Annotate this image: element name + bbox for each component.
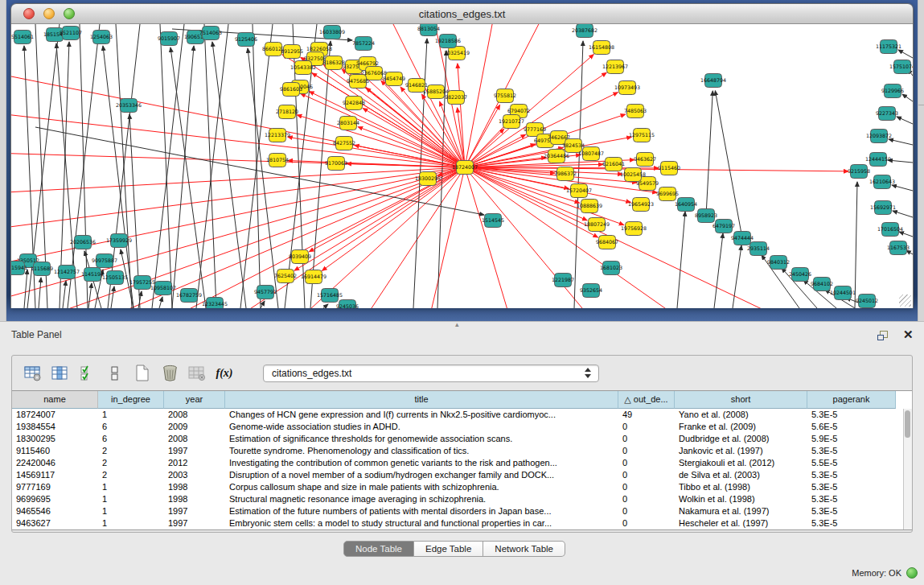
graph-node[interactable]: 9755812 <box>494 89 516 103</box>
graph-node[interactable]: 19654923 <box>628 198 654 212</box>
graph-node[interactable]: 9861603 <box>280 83 302 97</box>
cell-pagerank[interactable]: 5.3E-5 <box>807 445 896 457</box>
cell-name[interactable]: 9115460 <box>12 445 98 457</box>
graph-node[interactable]: 12505135 <box>102 271 128 285</box>
graph-node[interactable]: 19218586 <box>435 35 461 48</box>
table-row[interactable]: 946362711997Embryonic stem cells: a mode… <box>12 517 903 529</box>
table-row[interactable]: 1872400712008Changes of HCN gene express… <box>12 409 903 421</box>
column-header-pagerank[interactable]: pagerank <box>807 391 896 409</box>
graph-node[interactable]: 8454749 <box>383 72 405 86</box>
cell-title[interactable]: Corpus callosum shape and size in male p… <box>225 481 618 493</box>
graph-node[interactable]: 12093872 <box>866 130 892 143</box>
table-row[interactable]: 1456911722003Disruption of a novel membe… <box>12 469 903 481</box>
graph-node[interactable]: 6216041 <box>602 158 625 171</box>
graph-node[interactable]: 9822037 <box>445 91 467 105</box>
cell-short[interactable]: Wolkin et al. (1998) <box>675 493 807 505</box>
cell-short[interactable]: Franke et al. (2009) <box>675 421 807 433</box>
cell-title[interactable]: Embryonic stem cells: a model to study s… <box>225 517 618 529</box>
cell-out_degree[interactable]: 0 <box>618 493 675 505</box>
graph-node[interactable]: 20206536 <box>70 236 96 249</box>
column-header-year[interactable]: year <box>164 391 225 409</box>
cell-name[interactable]: 22420046 <box>12 457 98 469</box>
cell-pagerank[interactable]: 5.5E-5 <box>807 457 896 469</box>
table-row[interactable]: 1830029562008Estimation of significance … <box>12 433 903 445</box>
cell-title[interactable]: Estimation of the future numbers of pati… <box>225 505 618 517</box>
network-window-titlebar[interactable]: citations_edges.txt <box>11 4 913 24</box>
cell-out_degree[interactable]: 0 <box>618 457 675 469</box>
cell-in_degree[interactable]: 1 <box>98 493 164 505</box>
cell-in_degree[interactable]: 2 <box>98 469 164 481</box>
cell-title[interactable]: Structural magnetic resonance image aver… <box>225 493 618 505</box>
graph-node[interactable]: 1514545 <box>482 214 504 228</box>
graph-node[interactable]: 2718120 <box>276 105 298 119</box>
cell-out_degree[interactable]: 0 <box>618 469 675 481</box>
cell-year[interactable]: 2008 <box>164 409 225 421</box>
graph-node[interactable]: 7857224 <box>352 37 375 51</box>
cell-name[interactable]: 18724007 <box>12 409 98 421</box>
graph-node[interactable]: 9840312 <box>767 256 790 270</box>
table-row[interactable]: 969969511998Structural magnetic resonanc… <box>12 493 903 505</box>
cell-title[interactable]: Changes of HCN gene expression and I(f) … <box>225 409 618 421</box>
table-row[interactable]: 946554611997Estimation of the future num… <box>12 505 903 517</box>
cell-out_degree[interactable]: 0 <box>618 421 675 433</box>
cell-out_degree[interactable]: 49 <box>618 409 675 421</box>
cell-pagerank[interactable]: 5.3E-5 <box>807 493 896 505</box>
column-header-in_degree[interactable]: in_degree <box>98 391 164 409</box>
graph-node[interactable]: 9245012 <box>856 295 878 308</box>
graph-node[interactable]: 17016504 <box>877 223 903 237</box>
cell-short[interactable]: de Silva et al. (2003) <box>675 469 807 481</box>
graph-node[interactable]: 12142757 <box>54 266 80 279</box>
cell-out_degree[interactable]: 0 <box>618 481 675 493</box>
cell-in_degree[interactable]: 2 <box>98 445 164 457</box>
graph-node[interactable]: 9129966 <box>881 84 904 98</box>
graph-node[interactable]: 9115460 <box>658 162 680 175</box>
graph-node[interactable]: 12213967 <box>602 60 628 74</box>
graph-node[interactable]: 12323445 <box>202 298 228 309</box>
cell-short[interactable]: Nakamura et al. (1997) <box>675 505 807 517</box>
minimize-window-button[interactable] <box>43 8 55 19</box>
graph-node[interactable]: 16914479 <box>301 270 326 284</box>
scrollbar-thumb[interactable] <box>905 410 910 438</box>
graph-node[interactable]: 20353346 <box>116 99 142 113</box>
network-canvas[interactable]: 1872400797558126794072192107279777169649… <box>11 24 913 308</box>
graph-node[interactable]: 15751074 <box>889 60 913 74</box>
float-panel-icon[interactable] <box>877 331 890 342</box>
graph-node[interactable]: 9245036 <box>336 300 359 309</box>
graph-node[interactable]: 11175321 <box>876 40 901 54</box>
graph-node[interactable]: 16210643 <box>869 175 895 189</box>
cell-out_degree[interactable]: 0 <box>618 517 675 529</box>
resize-grip-icon[interactable] <box>899 295 911 307</box>
cell-out_degree[interactable]: 0 <box>618 505 675 517</box>
graph-node[interactable]: 1254063 <box>90 31 113 44</box>
graph-node[interactable]: 19756928 <box>621 222 647 236</box>
cell-year[interactable]: 1997 <box>164 445 225 457</box>
cell-short[interactable]: Yano et al. (2008) <box>675 409 807 421</box>
graph-node[interactable]: 7625402 <box>274 270 297 283</box>
cell-pagerank[interactable]: 5.3E-5 <box>807 409 896 421</box>
cell-short[interactable]: Stergiakouli et al. (2012) <box>675 457 807 469</box>
graph-node[interactable]: 1115689 <box>31 262 53 276</box>
graph-node[interactable]: 9170063 <box>325 157 347 171</box>
graph-node[interactable]: 12213379 <box>265 129 290 142</box>
tab-network-table[interactable]: Network Table <box>483 541 565 557</box>
cell-year[interactable]: 1997 <box>164 517 225 529</box>
graph-node[interactable]: 8912955 <box>281 45 303 59</box>
graph-node[interactable]: 2803144 <box>337 117 359 130</box>
graph-node[interactable]: 12975115 <box>629 129 655 142</box>
cell-name[interactable]: 19384554 <box>12 421 98 433</box>
function-builder-icon[interactable]: f(x) <box>215 364 234 383</box>
graph-node[interactable]: 1681023 <box>600 262 622 275</box>
graph-node[interactable]: 8521107 <box>60 27 82 40</box>
graph-node[interactable]: 1167533 <box>887 241 910 255</box>
cell-title[interactable]: Investigating the contribution of common… <box>225 457 618 469</box>
graph-node[interactable]: 7485063 <box>624 105 647 118</box>
column-header-short[interactable]: short <box>675 391 807 409</box>
graph-node[interactable]: 9457791 <box>254 286 277 299</box>
cell-title[interactable]: Estimation of significance thresholds fo… <box>225 433 618 445</box>
cell-in_degree[interactable]: 6 <box>98 433 164 445</box>
cell-name[interactable]: 9463627 <box>12 517 98 529</box>
graph-node[interactable]: 15692971 <box>870 201 896 215</box>
graph-node[interactable]: 9125406 <box>235 33 257 47</box>
graph-node[interactable]: 2935114 <box>747 242 770 256</box>
graph-node[interactable]: 9684067 <box>596 236 618 249</box>
